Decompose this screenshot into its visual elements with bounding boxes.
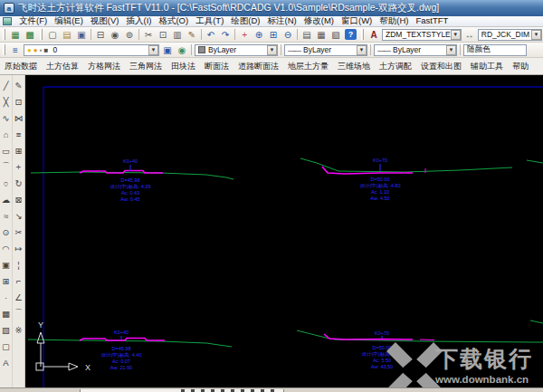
copy-icon[interactable]: ⊡ <box>156 28 170 41</box>
explode-tool-icon[interactable]: ※ <box>13 321 24 338</box>
paste-icon[interactable]: ▥ <box>170 28 185 41</box>
layer-make-current-icon[interactable]: ◉ <box>175 43 189 56</box>
array-tool-icon[interactable]: ⊞ <box>13 142 24 158</box>
color-combo[interactable]: ByLayer ▼ <box>195 44 278 56</box>
layer-on-icon[interactable]: ● <box>27 46 32 54</box>
polygon-tool-icon[interactable]: ⌂ <box>0 126 12 142</box>
circle-tool-icon[interactable]: ○ <box>0 175 12 191</box>
document-icon[interactable] <box>3 17 12 25</box>
lineweight-combo[interactable]: —— ByLayer ▼ <box>374 44 457 56</box>
dim-style-combo[interactable]: RD_JCK_DIM ▼ <box>478 29 542 41</box>
layer-lock-icon[interactable]: ▪ <box>40 46 43 54</box>
toolbar-grip[interactable] <box>3 44 5 55</box>
spline-tool-icon[interactable]: ≈ <box>0 207 12 224</box>
line-tool-icon[interactable]: ╱ <box>0 77 12 93</box>
fasttft-menu-item[interactable]: 设置和出图 <box>416 61 466 72</box>
fasttft-menu-item[interactable]: 三维场地 <box>333 61 375 72</box>
drawing-canvas[interactable]: K0+40 D=45.98 设计(中)标高: 4.39 Ac: 0.43 Aw:… <box>25 75 543 387</box>
fillet-tool-icon[interactable]: ⌒ <box>13 305 24 321</box>
fasttft-menu-item[interactable]: 田块法 <box>167 61 200 72</box>
publish-icon[interactable]: ⊚ <box>122 28 137 41</box>
menu-item[interactable]: 窗口(W) <box>338 15 376 27</box>
fasttft-menu-item[interactable]: 土方估算 <box>42 61 83 72</box>
toolbar-grip[interactable] <box>40 29 43 40</box>
fasttft-menu-item[interactable]: 地层土方量 <box>283 61 333 72</box>
insert-block-tool-icon[interactable]: ▣ <box>0 256 12 272</box>
designcenter-icon[interactable]: ▦ <box>314 28 329 41</box>
fasttft-tool-icon-2[interactable]: ▩ <box>23 28 37 41</box>
ellipse-arc-tool-icon[interactable]: ◠ <box>0 240 12 256</box>
text-tool-icon[interactable]: A <box>0 354 12 370</box>
toolpalettes-icon[interactable]: ▧ <box>329 28 343 41</box>
fasttft-menu-item[interactable]: 原始数据 <box>0 61 42 72</box>
dropdown-arrow-icon[interactable]: ▼ <box>451 30 461 40</box>
menu-item[interactable]: 编辑(E) <box>51 15 87 27</box>
properties-icon[interactable]: ▤ <box>300 28 314 41</box>
dropdown-arrow-icon[interactable]: ▼ <box>446 45 456 55</box>
ellipse-tool-icon[interactable]: ⊙ <box>0 224 12 240</box>
fasttft-menu-item[interactable]: 土方调配 <box>375 61 416 72</box>
join-tool-icon[interactable]: ⌐ <box>13 272 24 289</box>
layer-properties-icon[interactable]: ▣ <box>160 43 175 56</box>
zoom-realtime-icon[interactable]: ⊕ <box>252 28 266 41</box>
fasttft-menu-item[interactable]: 道路断面法 <box>233 61 283 72</box>
region-tool-icon[interactable]: ▢ <box>0 338 12 354</box>
make-block-tool-icon[interactable]: ⊞ <box>0 272 12 289</box>
trim-tool-icon[interactable]: ✂ <box>13 224 24 240</box>
arc-tool-icon[interactable]: ⌒ <box>0 158 12 175</box>
menu-item[interactable]: 帮助(H) <box>376 15 412 27</box>
hatch-tool-icon[interactable]: ▦ <box>0 305 12 321</box>
menu-item[interactable]: 绘图(D) <box>227 15 263 27</box>
scale-tool-icon[interactable]: ⊠ <box>13 191 24 207</box>
help-icon[interactable]: ? <box>345 29 357 40</box>
construction-line-tool-icon[interactable]: ╳ <box>0 93 12 110</box>
revcloud-tool-icon[interactable]: ☁ <box>0 191 12 207</box>
dropdown-arrow-icon[interactable]: ▼ <box>267 45 277 55</box>
copy-tool-icon[interactable]: ⊡ <box>13 93 24 110</box>
menu-item[interactable]: 标注(N) <box>264 15 300 27</box>
menu-item[interactable]: 文件(F) <box>15 15 51 27</box>
fasttft-menu-item[interactable]: 断面法 <box>200 61 233 72</box>
print-preview-icon[interactable]: ◉ <box>108 28 122 41</box>
pan-icon[interactable]: ＋ <box>237 28 252 41</box>
layer-manager-icon[interactable]: ≡ <box>8 43 23 56</box>
break-tool-icon[interactable]: ¦ <box>13 256 24 272</box>
fasttft-menu-item[interactable]: 三角网法 <box>125 61 167 72</box>
dropdown-arrow-icon[interactable]: ▼ <box>148 45 158 55</box>
cut-icon[interactable]: ✂ <box>141 28 156 41</box>
linetype-combo[interactable]: —— ByLayer ▼ <box>284 44 367 56</box>
move-tool-icon[interactable]: ＋ <box>13 158 24 175</box>
offset-tool-icon[interactable]: ≡ <box>13 126 24 142</box>
chamfer-tool-icon[interactable]: ∠ <box>13 289 24 305</box>
menu-item[interactable]: 插入(I) <box>122 15 155 27</box>
zoom-window-icon[interactable]: ⊞ <box>266 28 281 41</box>
stretch-tool-icon[interactable]: ↘ <box>13 207 24 224</box>
match-properties-icon[interactable]: ✎ <box>185 28 199 41</box>
dropdown-arrow-icon[interactable]: ▼ <box>357 45 367 55</box>
fasttft-menu-item[interactable]: 帮助 <box>508 61 533 72</box>
fasttft-tool-icon-1[interactable]: ▦ <box>8 28 23 41</box>
text-style-icon[interactable]: A <box>367 28 381 41</box>
rotate-tool-icon[interactable]: ↻ <box>13 175 24 191</box>
dropdown-arrow-icon[interactable]: ▼ <box>531 30 541 40</box>
plotstyle-combo[interactable]: 随颜色 <box>463 44 527 56</box>
rectangle-tool-icon[interactable]: ▭ <box>0 142 12 158</box>
toolbar-grip[interactable] <box>3 29 5 40</box>
open-file-icon[interactable]: ▤ <box>60 28 74 41</box>
menu-item[interactable]: FastTFT <box>412 15 452 27</box>
mirror-tool-icon[interactable]: ⋈ <box>13 110 24 126</box>
menu-item[interactable]: 修改(M) <box>300 15 338 27</box>
undo-icon[interactable]: ↶ <box>204 28 218 41</box>
gradient-tool-icon[interactable]: ▧ <box>0 321 12 338</box>
erase-tool-icon[interactable]: ✎ <box>13 77 24 93</box>
zoom-previous-icon[interactable]: ⊖ <box>281 28 295 41</box>
fasttft-menu-item[interactable]: 辅助工具 <box>466 61 508 72</box>
menu-item[interactable]: 视图(V) <box>87 15 123 27</box>
toolbar-grip[interactable] <box>361 29 364 40</box>
menu-item[interactable]: 工具(T) <box>192 15 227 27</box>
dim-style-icon[interactable]: ↔ <box>462 28 477 41</box>
save-icon[interactable]: ▣ <box>74 28 89 41</box>
point-tool-icon[interactable]: · <box>0 289 12 305</box>
new-file-icon[interactable]: ▢ <box>45 28 60 41</box>
fasttft-menu-item[interactable]: 方格网法 <box>83 61 125 72</box>
